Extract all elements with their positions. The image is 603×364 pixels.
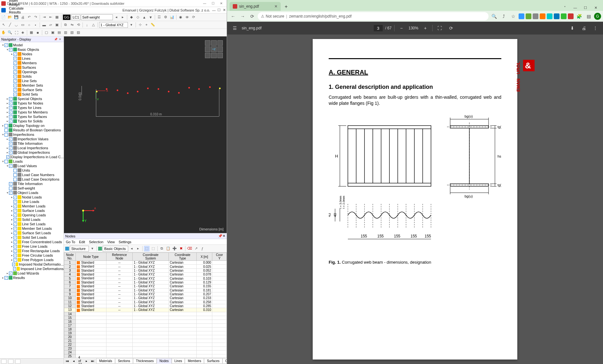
chrome-close-button[interactable]: ✕ <box>591 4 600 11</box>
tree-checkbox[interactable] <box>13 88 17 92</box>
nodes-menu-settings[interactable]: Settings <box>117 240 133 244</box>
tree-item-1[interactable]: ▾Basic Objects <box>0 47 64 52</box>
ext-1-icon[interactable] <box>519 13 524 19</box>
tree-item-11[interactable]: Solid Sets <box>0 92 64 97</box>
tree-checkbox[interactable] <box>13 57 17 60</box>
tree-item-27[interactable]: ▾Load Values <box>0 164 64 168</box>
table-row[interactable]: 23 <box>64 346 227 350</box>
dropdown-icon[interactable]: ▾ <box>129 22 134 28</box>
tree-checkbox[interactable] <box>13 209 17 213</box>
table-row[interactable]: 7Standard--1 - Global XYZCartesian0.155 <box>64 284 227 288</box>
rotate-icon[interactable]: ⟳ <box>447 24 456 33</box>
tree-checkbox[interactable] <box>13 254 17 257</box>
shaded-icon[interactable]: ■ <box>35 30 41 35</box>
col-header[interactable]: CoordinateType <box>168 253 196 261</box>
view3-icon[interactable]: ▤ <box>56 30 62 35</box>
line-icon[interactable]: ╱ <box>7 22 13 28</box>
nodes-menu-go-to[interactable]: Go To <box>64 240 77 244</box>
tree-item-18[interactable]: ▸Display Topology on <box>0 123 64 128</box>
tree-item-14[interactable]: ▸Types for Lines <box>0 105 64 110</box>
tree-checkbox[interactable] <box>9 151 12 154</box>
table-row[interactable]: 25 <box>64 354 227 358</box>
lc-code[interactable]: LC1 <box>71 14 80 20</box>
ext-3-icon[interactable] <box>533 13 538 19</box>
tree-item-40[interactable]: ▸Line Set Loads <box>0 222 64 226</box>
tree-item-51[interactable]: ▸Load Wizards <box>0 271 64 275</box>
table-row[interactable]: 5Standard--1 - Global XYZCartesian0.103 <box>64 276 227 280</box>
tree-checkbox[interactable] <box>13 178 17 181</box>
ext-7-icon[interactable] <box>561 13 567 19</box>
chrome-minimize-button[interactable]: — <box>570 4 580 11</box>
viewport-node[interactable] <box>188 87 190 89</box>
ext-6-icon[interactable] <box>554 13 560 19</box>
tree-item-15[interactable]: ▸Types for Members <box>0 110 64 114</box>
zoom-in-button[interactable]: + <box>421 24 430 33</box>
table-row[interactable]: 12Standard--1 - Global XYZCartesian0.285 <box>64 304 227 308</box>
table-row[interactable]: 20 <box>64 335 227 339</box>
calc-icon[interactable]: ⚙ <box>163 14 168 20</box>
menu-insert[interactable]: Insert <box>7 0 26 3</box>
table-row[interactable]: 21 <box>64 339 227 343</box>
tree-checkbox[interactable] <box>13 213 17 217</box>
tree-item-35[interactable]: Line Loads <box>0 199 64 204</box>
redo-icon[interactable]: ↷ <box>33 14 38 20</box>
member-icon[interactable]: ▬ <box>41 22 47 28</box>
tree-checkbox[interactable] <box>9 97 12 101</box>
rotate-icon[interactable]: ⟲ <box>75 22 81 28</box>
view4-icon[interactable]: ▥ <box>63 30 68 35</box>
tree-item-48[interactable]: ▸Free Polygon Loads <box>0 258 64 262</box>
arc-icon[interactable]: ◡ <box>13 22 19 28</box>
tree-item-23[interactable]: ▸Local Imperfections <box>0 146 64 150</box>
table-row[interactable]: 3Standard--1 - Global XYZCartesian0.052 <box>64 268 227 272</box>
viewport-node[interactable] <box>209 86 211 88</box>
prev-icon[interactable]: ◂ <box>129 246 135 252</box>
open-icon[interactable]: 📂 <box>7 14 13 20</box>
tree-checkbox[interactable] <box>9 164 12 168</box>
table-row[interactable]: 6Standard--1 - Global XYZCartesian0.129 <box>64 280 227 284</box>
tree-checkbox[interactable] <box>13 231 17 235</box>
tree-checkbox[interactable] <box>13 52 17 56</box>
fit-icon[interactable]: ⛶ <box>13 30 19 35</box>
zoom-indicator-icon[interactable]: 🔍 <box>490 12 498 20</box>
nodes-pin-icon[interactable]: 📌 <box>218 234 223 238</box>
results-icon[interactable]: 📊 <box>169 14 175 20</box>
menu-calculate[interactable]: Calculate <box>7 6 26 10</box>
save-icon[interactable]: 💾 <box>13 14 19 20</box>
objects-combo[interactable]: Basic Objects <box>103 246 128 252</box>
pdf-page-input[interactable] <box>374 25 383 31</box>
table-row[interactable]: 2Standard--1 - Global XYZCartesian0.025 <box>64 265 227 268</box>
table-row[interactable]: 10Standard--1 - Global XYZCartesian0.233 <box>64 296 227 300</box>
pdf-menu-icon[interactable]: ☰ <box>230 24 239 33</box>
tree-item-3[interactable]: Lines <box>0 56 64 61</box>
tree-item-29[interactable]: Load Case Numbers <box>0 173 64 177</box>
solid-icon[interactable]: ▣ <box>54 22 60 28</box>
tree-item-2[interactable]: ▸Nodes <box>0 52 64 56</box>
new-icon[interactable]: 📄 <box>1 14 6 20</box>
bookmark-icon[interactable]: ☆ <box>509 12 517 20</box>
close-button[interactable]: ✕ <box>217 1 225 6</box>
iso-icon[interactable]: ◈ <box>20 30 26 35</box>
tree-checkbox[interactable] <box>9 272 12 275</box>
tree-checkbox[interactable] <box>13 61 17 65</box>
tab-nodes[interactable]: Nodes <box>157 358 172 364</box>
tree-checkbox[interactable] <box>12 263 15 266</box>
cube-icon[interactable]: ◉ <box>178 14 184 20</box>
view-icon[interactable]: 👁 <box>184 14 190 20</box>
zoom-icon[interactable]: 🔍 <box>7 30 13 35</box>
fit-page-icon[interactable]: ⛶ <box>435 24 444 33</box>
tree-item-39[interactable]: ▸Solid Loads <box>0 217 64 222</box>
tree-item-46[interactable]: ▸Free Rectangular Loads <box>0 249 64 253</box>
new-tab-button[interactable]: + <box>282 3 290 11</box>
tree-checkbox[interactable] <box>13 249 17 253</box>
lc-name[interactable]: Self-weight <box>81 14 113 20</box>
node-icon[interactable]: • <box>33 22 38 28</box>
undo-icon[interactable]: ↶ <box>26 14 32 20</box>
chrome-maximize-button[interactable]: ☐ <box>581 4 590 11</box>
navigator-close-icon[interactable]: ✕ <box>58 38 62 41</box>
tree-checkbox[interactable] <box>13 75 17 78</box>
tab-sections[interactable]: Sections <box>115 358 133 364</box>
tree-item-45[interactable]: ▸Free Line Loads <box>0 244 64 249</box>
nodes-menu-selection[interactable]: Selection <box>87 240 105 244</box>
share-icon[interactable]: ⤴ <box>499 12 508 20</box>
tree-checkbox[interactable] <box>9 120 12 123</box>
